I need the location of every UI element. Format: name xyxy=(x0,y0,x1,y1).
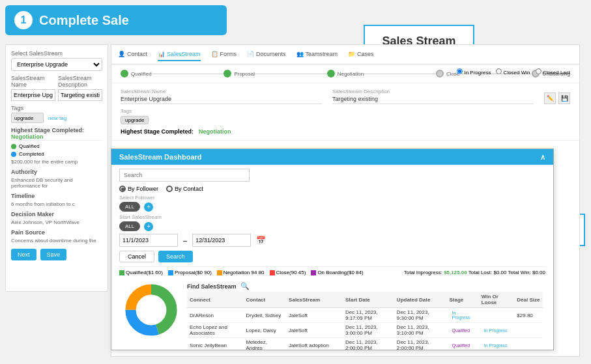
dashboard-collapse-btn[interactable]: ∧ xyxy=(540,153,545,161)
cell-startdate: Dec 11, 2023, 3:00:00 PM xyxy=(343,323,394,338)
tags-label: Tags xyxy=(11,105,102,111)
stage-qualified: Qualified xyxy=(11,143,102,149)
pain-source-text: Concerns about downtime during the xyxy=(11,238,102,244)
form-salesstream-name-value: Enterprise Upgrade xyxy=(121,96,322,104)
col-winloss: Win Or Loose xyxy=(479,292,515,308)
form-desc-value: Targeting existing xyxy=(332,96,534,104)
cell-winloss: In Progress xyxy=(479,323,515,338)
cell-salesstream: JaleSoft adoption xyxy=(286,338,343,351)
table-row: Echo Lopez and Associates Lopez, Daisy J… xyxy=(187,323,543,338)
decision-maker-text: Alex Johnson, VP NorthWave xyxy=(11,219,102,225)
add-pill-2[interactable]: + xyxy=(144,222,153,231)
cell-connect: DrAReson xyxy=(187,308,243,323)
cell-contact: Lopez, Daisy xyxy=(243,323,286,338)
cell-stage: Qualified xyxy=(447,338,479,351)
decision-maker-header: Decision Maker xyxy=(11,211,102,217)
date-from-input[interactable] xyxy=(119,234,178,247)
cancel-button[interactable]: Cancel xyxy=(119,251,154,262)
step-number: 1 xyxy=(14,11,33,29)
col-salesstream: SalesStream xyxy=(286,292,343,308)
dashboard-panel: SalesStream Dashboard ∧ By Follower By C… xyxy=(111,148,554,350)
timeline-text: 6 months from initiation to c xyxy=(11,201,102,207)
next-button[interactable]: Next xyxy=(11,249,36,260)
filter-row: By Follower By Contact xyxy=(119,186,545,192)
highest-stage-label-right: Highest Stage Completed: xyxy=(121,128,194,135)
salesstream-icon: 📊 xyxy=(158,51,165,57)
legend-closedwin: Closed Win xyxy=(496,68,530,76)
svg-point-3 xyxy=(138,297,164,323)
filter-pills1: ALL + xyxy=(119,202,545,212)
col-contact: Contact xyxy=(243,292,286,308)
table-row: Sonic JellyBean Meledez, Andres JaleSoft… xyxy=(187,338,543,351)
date-row: – 📅 xyxy=(119,234,545,247)
stat-close: Close(90 45) xyxy=(270,270,306,275)
search-button[interactable]: Search xyxy=(158,251,193,262)
cell-connect: Echo Lopez and Associates xyxy=(187,323,243,338)
tab-cases[interactable]: 📁 Cases xyxy=(348,48,374,61)
col-stage: Stage xyxy=(447,292,479,308)
add-tag-link[interactable]: new tag xyxy=(48,115,66,121)
form-area: SalesStream Name Enterprise Upgrade Sale… xyxy=(111,83,579,141)
filter-label2: Start SalesStream xyxy=(119,214,545,220)
filter-by-contact[interactable]: By Contact xyxy=(166,186,203,192)
tab-contact[interactable]: 👤 Contact xyxy=(118,48,147,61)
save-button[interactable]: Save xyxy=(40,249,67,260)
cell-dealsize xyxy=(514,323,543,338)
cell-contact: Drydell, Sidney xyxy=(243,308,286,323)
salesstream-desc-input[interactable] xyxy=(58,89,102,101)
teamstream-icon: 👥 xyxy=(296,51,304,57)
form-tags-label: Tags xyxy=(121,108,570,114)
salesstream-name-label: SalesStream Name xyxy=(11,75,55,88)
left-panel: Select SalesStream Enterprise Upgrade Sa… xyxy=(5,44,108,292)
tab-salesstream[interactable]: 📊 SalesStream xyxy=(158,48,201,61)
data-table: Connect Contact SalesStream Start Date U… xyxy=(187,292,543,350)
chart-table-area: Find SalesStream 🔍 Connect Contact Sales… xyxy=(119,278,545,350)
salesstream-select[interactable]: Enterprise Upgrade xyxy=(11,58,102,71)
edit-icon-btn[interactable]: ✏️ xyxy=(544,92,556,104)
stat-onboarding: On Boarding($0 84) xyxy=(311,270,363,275)
find-search-icon: 🔍 xyxy=(240,282,250,290)
cell-dealsize xyxy=(514,338,543,351)
cell-contact: Meledez, Andres xyxy=(243,338,286,351)
col-startdate: Start Date xyxy=(343,292,394,308)
cell-connect: Sonic JellyBean xyxy=(187,338,243,351)
cell-updateddate: Dec 11, 2023, 9:30:00 PM xyxy=(394,308,447,323)
tab-documents[interactable]: 📄 Documents xyxy=(247,48,286,61)
col-updateddate: Updated Date xyxy=(394,292,447,308)
salesstream-name-group: SalesStream Name Enterprise Upgrade xyxy=(121,89,322,104)
contact-icon: 👤 xyxy=(118,51,125,57)
dashboard-body: By Follower By Contact Select Follower A… xyxy=(111,165,553,350)
documents-icon: 📄 xyxy=(247,51,254,57)
tab-forms[interactable]: 📋 Forms xyxy=(211,48,237,61)
tab-teamstream[interactable]: 👥 Teamstream xyxy=(296,48,338,61)
highest-stage-value-right: Negotiation xyxy=(199,128,231,135)
stat-qualified: Qualified($1 60) xyxy=(119,270,163,275)
tabs-row: 👤 Contact 📊 SalesStream 📋 Forms 📄 Docume… xyxy=(111,45,579,64)
add-pill-1[interactable]: + xyxy=(144,203,153,212)
save-icon-btn[interactable]: 💾 xyxy=(558,92,570,104)
stage-completed: Completed xyxy=(11,151,102,157)
header-banner: 1 Complete Sale xyxy=(5,5,227,35)
pill-all-1[interactable]: ALL xyxy=(119,202,140,212)
cell-stage: Qualified xyxy=(447,323,479,338)
select-salesstream-label: Select SalesStream xyxy=(11,50,102,57)
authority-header: Authority xyxy=(11,169,102,175)
form-salesstream-name-label: SalesStream Name xyxy=(121,89,322,94)
cell-dealsize: $29.80 xyxy=(514,308,543,323)
dashboard-search-input[interactable] xyxy=(119,169,250,182)
cell-updateddate: Dec 11, 2023, 2:00:00 PM xyxy=(394,338,447,351)
stage-legend: In Progress Closed Win Closed Last xyxy=(457,68,570,76)
pill-all-2[interactable]: ALL xyxy=(119,221,140,231)
col-dealsize: Deal Size xyxy=(514,292,543,308)
page-title: Complete Sale xyxy=(39,13,129,28)
stat-summary: Total Inprogress: $5,125.00 Total Lost: … xyxy=(404,270,545,275)
action-row: Cancel Search xyxy=(119,251,545,262)
salesstream-name-input[interactable] xyxy=(11,89,55,101)
stage-proposal-pill: Proposal xyxy=(223,70,255,77)
forms-icon: 📋 xyxy=(211,51,218,57)
calendar-icon[interactable]: 📅 xyxy=(256,236,266,245)
filter-by-follower[interactable]: By Follower xyxy=(119,186,158,192)
timeline-header: Timeline xyxy=(11,193,102,199)
cell-salesstream: JaleSoft xyxy=(286,308,343,323)
date-to-input[interactable] xyxy=(192,234,251,247)
